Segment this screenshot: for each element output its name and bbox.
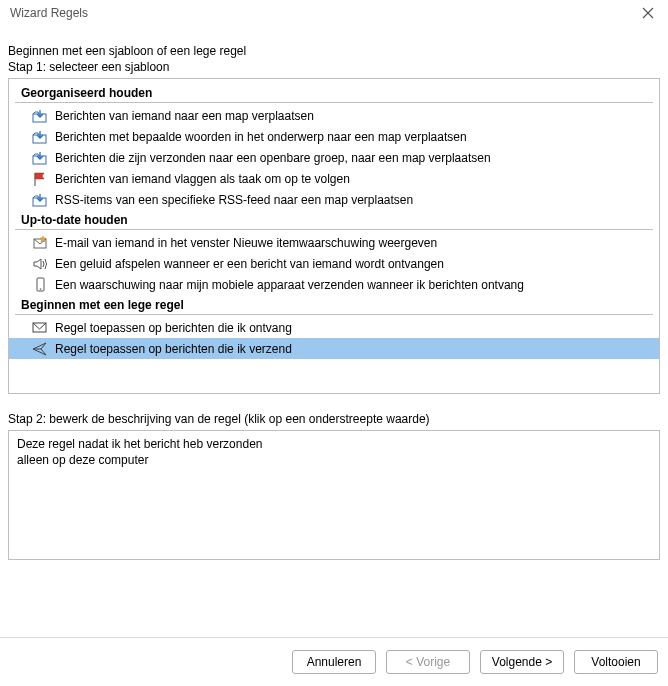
template-label: Een geluid afspelen wanneer er een beric… [55,257,444,271]
template-label: Berichten van iemand vlaggen als taak om… [55,172,350,186]
description-line: alleen op deze computer [17,453,651,467]
template-move-public-group[interactable]: Berichten die zijn verzonden naar een op… [9,147,659,168]
template-blank-receive[interactable]: Regel toepassen op berichten die ik ontv… [9,317,659,338]
template-mobile-alert[interactable]: Een waarschuwing naar mijn mobiele appar… [9,274,659,295]
finish-button[interactable]: Voltooien [574,650,658,674]
next-button[interactable]: Volgende > [480,650,564,674]
move-to-folder-icon [31,108,49,124]
template-move-subject-words[interactable]: Berichten met bepaalde woorden in het on… [9,126,659,147]
close-icon[interactable] [638,7,658,19]
template-label: RSS-items van een specifieke RSS-feed na… [55,193,413,207]
intro-text: Beginnen met een sjabloon of een lege re… [8,44,660,58]
description-line: Deze regel nadat ik het bericht heb verz… [17,437,651,451]
svg-point-6 [40,288,42,290]
group-header-organized: Georganiseerd houden [15,84,653,103]
mobile-icon [31,277,49,293]
template-play-sound[interactable]: Een geluid afspelen wanneer er een beric… [9,253,659,274]
template-label: E-mail van iemand in het venster Nieuwe … [55,236,437,250]
window-title: Wizard Regels [10,6,88,20]
template-move-from-sender[interactable]: Berichten van iemand naar een map verpla… [9,105,659,126]
template-label: Een waarschuwing naar mijn mobiele appar… [55,278,524,292]
alert-star-icon [31,235,49,251]
flag-icon [31,171,49,187]
move-to-folder-icon [31,129,49,145]
group-header-uptodate: Up-to-date houden [15,211,653,230]
cancel-button[interactable]: Annuleren [292,650,376,674]
move-to-folder-icon [31,192,49,208]
move-to-folder-icon [31,150,49,166]
template-move-rss[interactable]: RSS-items van een specifieke RSS-feed na… [9,189,659,210]
group-header-blank: Beginnen met een lege regel [15,296,653,315]
template-blank-send[interactable]: Regel toepassen op berichten die ik verz… [9,338,659,359]
template-label: Berichten met bepaalde woorden in het on… [55,130,467,144]
button-bar: Annuleren < Vorige Volgende > Voltooien [0,637,668,686]
back-button: < Vorige [386,650,470,674]
step1-label: Stap 1: selecteer een sjabloon [8,60,660,74]
rule-description-box[interactable]: Deze regel nadat ik het bericht heb verz… [8,430,660,560]
template-label: Regel toepassen op berichten die ik verz… [55,342,292,356]
step2-label: Stap 2: bewerk de beschrijving van de re… [8,412,660,426]
template-flag-from-sender[interactable]: Berichten van iemand vlaggen als taak om… [9,168,659,189]
template-label: Berichten van iemand naar een map verpla… [55,109,314,123]
send-icon [31,341,49,357]
template-new-item-alert[interactable]: E-mail van iemand in het venster Nieuwe … [9,232,659,253]
envelope-icon [31,320,49,336]
titlebar: Wizard Regels [0,0,668,26]
speaker-icon [31,256,49,272]
templates-listbox[interactable]: Georganiseerd houden Berichten van ieman… [8,78,660,394]
template-label: Regel toepassen op berichten die ik ontv… [55,321,292,335]
template-label: Berichten die zijn verzonden naar een op… [55,151,491,165]
